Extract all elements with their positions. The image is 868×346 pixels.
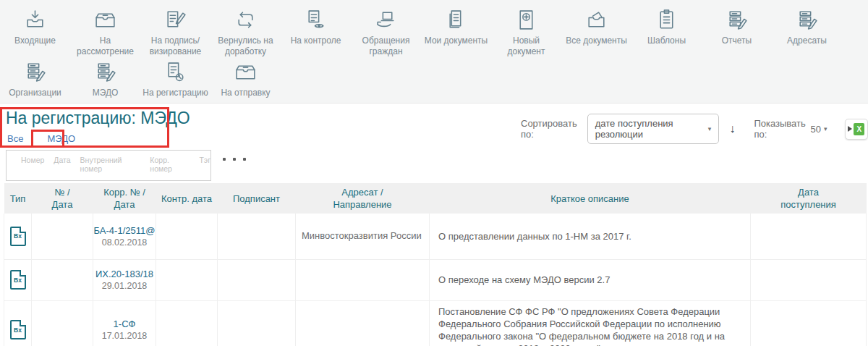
page-size-value: 50 bbox=[811, 124, 821, 135]
cell-description: О переходе на схему МЭДО версии 2.7 bbox=[430, 259, 751, 300]
toolbar-item-registration[interactable]: На регистрацию bbox=[140, 58, 210, 98]
cell-signer bbox=[218, 300, 296, 346]
refresh-icon bbox=[234, 6, 258, 32]
col-header-type: Тип bbox=[4, 183, 32, 214]
cell-type: Вх bbox=[4, 214, 32, 259]
inbox-arrow-icon bbox=[23, 6, 47, 32]
toolbar-item-incoming[interactable]: Входящие bbox=[0, 6, 70, 57]
sort-dropdown-value: дате поступления резолюции bbox=[595, 118, 702, 140]
table-row: Вх 1-СФ 17.01.2018 Постановление СФ ФС Р… bbox=[4, 300, 867, 346]
cell-type: Вх bbox=[4, 259, 32, 300]
toolbar-item-medo[interactable]: МЭДО bbox=[70, 58, 140, 98]
document-pencil-icon bbox=[163, 6, 187, 32]
page-title: На регистрацию: МЭДО bbox=[6, 109, 190, 128]
incoming-document-icon: Вх bbox=[10, 227, 26, 246]
chevron-down-icon: ▾ bbox=[708, 125, 712, 132]
stack-pencil-icon bbox=[795, 6, 819, 32]
toolbar-item-templates[interactable]: Шаблоны bbox=[631, 6, 702, 57]
filter-label-number: Номер bbox=[21, 156, 44, 173]
sort-label: Сортировать по: bbox=[521, 118, 582, 140]
toolbar-item-sign[interactable]: На подпись/визирование bbox=[140, 6, 210, 57]
filter-placeholder-labels: Номер Дата Внутренний номер Корр. номер … bbox=[7, 151, 210, 173]
sort-dropdown[interactable]: дате поступления резолюции ▾ bbox=[587, 114, 720, 144]
cell-received-date bbox=[751, 259, 867, 300]
filter-input-box[interactable]: Номер Дата Внутренний номер Корр. номер … bbox=[6, 150, 211, 181]
toolbar-item-citizens[interactable]: Обращения граждан bbox=[351, 6, 421, 57]
toolbar-item-label: Отчеты bbox=[722, 35, 752, 46]
chevron-down-icon: ▾ bbox=[824, 125, 827, 132]
document-clock-icon bbox=[163, 58, 187, 84]
col-header-number-date: № /Дата bbox=[32, 183, 93, 214]
toolbar-item-label: Мои документы bbox=[425, 35, 488, 46]
clipboard-icon bbox=[655, 6, 678, 32]
more-options-button[interactable] bbox=[223, 158, 246, 161]
document-date: 08.02.2018 bbox=[93, 237, 156, 248]
document-date: 17.01.2018 bbox=[93, 331, 156, 341]
toolbar-item-label: Организации bbox=[9, 88, 61, 98]
list-controls: Сортировать по: дате поступления резолюц… bbox=[521, 114, 868, 144]
documents-table: Тип № /Дата Корр. № /Дата Контр. дата По… bbox=[4, 183, 867, 346]
toolbar-row-2: Организации МЭДО На регистрацию На отпра… bbox=[0, 58, 281, 98]
col-header-addressee: Адресат /Направление bbox=[296, 183, 430, 214]
sort-direction-button[interactable]: ↓ bbox=[729, 122, 735, 135]
cell-description: Постановление СФ ФС РФ "О предложениях С… bbox=[430, 300, 751, 346]
toolbar-item-label: На рассмотрение bbox=[72, 35, 139, 57]
toolbar-item-label: Новый документ bbox=[493, 35, 560, 57]
toolbar-item-label: Шаблоны bbox=[647, 35, 686, 46]
incoming-document-icon: Вх bbox=[10, 320, 26, 339]
filter-label-corr-number: Корр. номер bbox=[150, 156, 190, 173]
toolbar-item-label: МЭДО bbox=[93, 88, 119, 98]
toolbar-item-organizations[interactable]: Организации bbox=[0, 58, 70, 98]
stack-pencil-icon bbox=[23, 58, 47, 84]
stack-pencil-icon bbox=[725, 6, 749, 32]
col-header-control-date: Контр. дата bbox=[156, 183, 218, 214]
page-size-dropdown[interactable]: Показывать по: 50 ▾ bbox=[754, 118, 827, 140]
toolbar-item-returned[interactable]: Вернулись на доработку bbox=[210, 6, 281, 57]
main-toolbar: Входящие На рассмотрение На подпись/визи… bbox=[0, 0, 868, 104]
toolbar-item-label: На подпись/визирование bbox=[142, 35, 209, 57]
cell-corr-number-date: 1-СФ 17.01.2018 bbox=[93, 300, 156, 346]
page-size-label: Показывать по: bbox=[754, 118, 807, 140]
filter-label-internal-number: Внутренний номер bbox=[80, 156, 141, 173]
tab-all[interactable]: Все bbox=[7, 133, 23, 144]
col-header-received-date: Датапоступления bbox=[751, 183, 867, 214]
stack-pencil-icon bbox=[93, 58, 117, 84]
export-arrow-icon bbox=[848, 126, 852, 132]
col-header-description: Краткое описание bbox=[430, 183, 751, 214]
table-row: Вх ИХ.20-183/18 29.01.2018 О переходе на… bbox=[4, 259, 867, 300]
cell-number-date bbox=[32, 300, 93, 346]
cell-corr-number-date: БА-4-1/2511@ 08.02.2018 bbox=[93, 214, 156, 259]
laptop-hand-icon bbox=[374, 6, 398, 32]
tab-medo[interactable]: МЭДО bbox=[47, 133, 75, 144]
toolbar-item-all-docs[interactable]: Все документы bbox=[561, 6, 631, 57]
table-header-row: Тип № /Дата Корр. № /Дата Контр. дата По… bbox=[4, 183, 867, 214]
cell-addressee: Минвостокразвития России bbox=[296, 214, 430, 259]
toolbar-item-addressees[interactable]: Адресаты bbox=[772, 6, 842, 57]
tray-paper-icon bbox=[584, 6, 608, 32]
toolbar-item-label: На контроле bbox=[291, 35, 341, 46]
incoming-document-icon: Вх bbox=[10, 270, 26, 290]
toolbar-item-label: Все документы bbox=[566, 35, 627, 46]
document-date: 29.01.2018 bbox=[93, 281, 156, 291]
dot-icon bbox=[243, 158, 246, 161]
toolbar-item-review[interactable]: На рассмотрение bbox=[70, 6, 140, 57]
toolbar-item-my-docs[interactable]: Мои документы bbox=[421, 6, 491, 57]
toolbar-item-control[interactable]: На контроле bbox=[281, 6, 351, 57]
dot-icon bbox=[233, 158, 236, 161]
cell-control-date bbox=[156, 300, 218, 346]
toolbar-item-label: На отправку bbox=[221, 88, 270, 98]
toolbar-item-label: Обращения граждан bbox=[353, 35, 420, 57]
toolbar-item-label: На регистрацию bbox=[142, 88, 208, 98]
toolbar-item-sending[interactable]: На отправку bbox=[210, 58, 281, 98]
document-link[interactable]: 1-СФ bbox=[93, 318, 156, 329]
document-link[interactable]: БА-4-1/2511@ bbox=[93, 225, 156, 236]
documents-icon bbox=[444, 6, 468, 32]
archive-tray-icon bbox=[93, 6, 117, 32]
col-header-signer: Подписант bbox=[218, 183, 296, 214]
document-link[interactable]: ИХ.20-183/18 bbox=[93, 269, 156, 279]
excel-export-button[interactable]: X bbox=[845, 119, 868, 140]
toolbar-item-new-doc[interactable]: Новый документ bbox=[491, 6, 561, 57]
toolbar-item-reports[interactable]: Отчеты bbox=[702, 6, 772, 57]
toolbar-item-label: Вернулись на доработку bbox=[213, 35, 279, 57]
toolbar-row-1: Входящие На рассмотрение На подпись/визи… bbox=[0, 6, 842, 57]
